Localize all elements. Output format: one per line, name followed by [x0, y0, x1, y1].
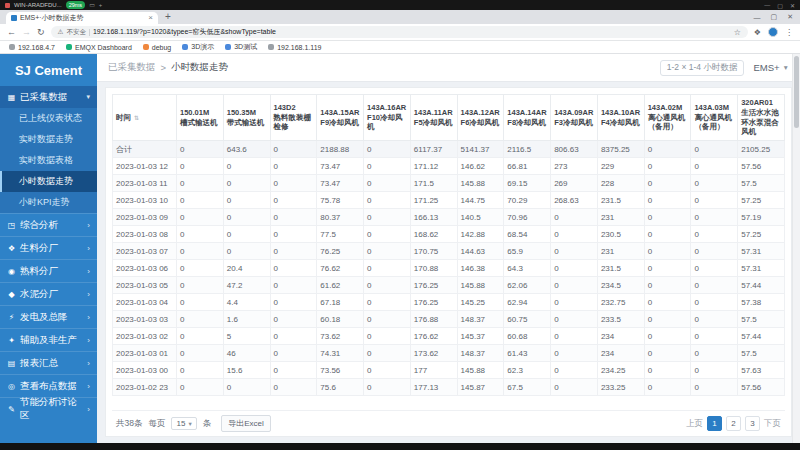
window-close-icon[interactable]: ✕ [787, 13, 793, 21]
column-header[interactable]: 143A.10ARF4冷却风机 [597, 95, 644, 141]
page-scrollbar[interactable] [792, 54, 800, 443]
tab-title: EMS+·小时数据走势 [20, 13, 145, 23]
sidebar-subitem[interactable]: 小时数据走势 [0, 171, 97, 192]
table-cell: 65.9 [504, 243, 551, 260]
table-cell: 0 [644, 260, 691, 277]
next-page-button[interactable]: 下页 [764, 418, 781, 430]
monitor-icon[interactable]: ▭ [89, 0, 95, 10]
column-header[interactable]: 320AR01生活水水池环水泵混合风机 [738, 95, 785, 141]
sidebar-subitem[interactable]: 实时数据表格 [0, 150, 97, 171]
column-header[interactable]: 150.35M带式输送机 [223, 95, 270, 141]
table-cell: 0 [691, 243, 738, 260]
new-tab-button[interactable]: + [165, 11, 171, 23]
sidebar-item[interactable]: ▤报表汇总› [0, 351, 97, 374]
window-maximize-icon[interactable]: ▢ [771, 13, 778, 21]
tab-close-icon[interactable]: × [148, 14, 153, 22]
sidebar-item[interactable]: ◉熟料分厂› [0, 259, 97, 282]
table-cell: 0 [644, 192, 691, 209]
page-button[interactable]: 2 [726, 416, 741, 431]
table-row: 2023-01-03 1200073.470171.12146.6266.812… [113, 158, 785, 175]
table-wrap: 时间⇅150.01M槽式输送机150.35M带式输送机143D2熟料散装棚检修1… [112, 94, 785, 410]
sidebar-item[interactable]: ◆水泥分厂› [0, 282, 97, 305]
window-minimize-icon[interactable]: — [754, 14, 761, 21]
table-cell: 144.63 [457, 243, 504, 260]
column-header[interactable]: 143A.14ARF8冷却风机 [504, 95, 551, 141]
sort-icon[interactable]: ⇅ [134, 115, 139, 121]
add-session-icon[interactable]: + [99, 0, 103, 10]
table-cell: 70.96 [504, 209, 551, 226]
export-excel-button[interactable]: 导出Excel [221, 415, 271, 432]
column-header[interactable]: 143A.12ARF6冷却风机 [457, 95, 504, 141]
sidebar-subitem[interactable]: 小时KPI走势 [0, 192, 97, 213]
table-cell: 0 [691, 141, 738, 158]
table-cell: 0 [364, 379, 411, 396]
sidebar-item[interactable]: ◳综合分析› [0, 213, 97, 236]
bookmark-item[interactable]: 192.168.1.119 [268, 44, 321, 51]
table-cell: 0 [691, 209, 738, 226]
scrollbar-thumb[interactable] [794, 56, 799, 128]
column-header[interactable]: 143A.03M离心通风机（备用） [691, 95, 738, 141]
table-cell: 0 [691, 379, 738, 396]
prev-page-button[interactable]: 上页 [686, 418, 703, 430]
column-header[interactable]: 143D2熟料散装棚检修 [270, 95, 317, 141]
forward-icon[interactable]: → [22, 25, 31, 40]
page-button[interactable]: 3 [745, 416, 760, 431]
sidebar-item[interactable]: ✦辅助及非生产› [0, 328, 97, 351]
breadcrumb-parent[interactable]: 已采集数据 [108, 61, 156, 74]
table-cell: 0 [551, 379, 598, 396]
refresh-icon[interactable]: ↻ [37, 25, 45, 40]
bookmark-item[interactable]: 192.168.4.7 [9, 44, 55, 51]
column-header[interactable]: 143A.16ARF10冷却风机 [364, 95, 411, 141]
table-cell: 0 [364, 328, 411, 345]
column-header[interactable]: 143A.11ARF5冷却风机 [410, 95, 457, 141]
column-header[interactable]: 时间⇅ [113, 95, 177, 141]
back-icon[interactable]: ← [7, 25, 16, 40]
power-icon: ⚡ [7, 313, 16, 322]
range-chip[interactable]: 1-2 × 1-4 小时数据 [660, 60, 745, 76]
address-bar[interactable]: ⚠ 不安全 192.168.1.119/?p=1020&typee=窑头低压&s… [51, 26, 748, 38]
column-header[interactable]: 143A.02M离心通风机（备用） [644, 95, 691, 141]
sidebar-subitem[interactable]: 已上线仪表状态 [0, 108, 97, 129]
bookmark-item[interactable]: 3D演示 [182, 42, 214, 52]
sidebar-item[interactable]: ✎节能分析讨论区› [0, 397, 97, 420]
table-cell: 0 [691, 345, 738, 362]
column-header[interactable]: 143A.15ARF9冷却风机 [317, 95, 364, 141]
sidebar-item[interactable]: ⚡发电及总降› [0, 305, 97, 328]
sidebar-item-label: 生料分厂 [20, 242, 58, 255]
column-code: 143A.10AR [601, 108, 641, 118]
report-icon: ▤ [7, 359, 16, 368]
column-code: 143A.15AR [320, 108, 360, 118]
maximize-icon[interactable]: ▢ [777, 2, 783, 9]
column-header[interactable]: 150.01M槽式输送机 [177, 95, 224, 141]
breadcrumb-current: 小时数据走势 [171, 61, 228, 74]
extensions-icon[interactable]: ❖ [754, 28, 761, 37]
table-cell: 1.6 [223, 311, 270, 328]
browser-menu-icon[interactable]: ⋮ [785, 28, 793, 37]
page-button[interactable]: 1 [707, 416, 722, 431]
sidebar-item-collected-data[interactable]: ▦ 已采集数据 ▾ [0, 86, 97, 108]
sidebar-item[interactable]: ◎查看布点数据› [0, 374, 97, 397]
bookmark-item[interactable]: 3D测试 [225, 42, 257, 52]
table-cell: 0 [364, 209, 411, 226]
sidebar-subitem[interactable]: 实时数据走势 [0, 129, 97, 150]
per-page-select[interactable]: 15 ▾ [171, 417, 196, 430]
app-switcher[interactable]: EMS+ ▼ [753, 62, 789, 73]
column-header[interactable]: 143A.09ARF3冷却风机 [551, 95, 598, 141]
table-cell: 46 [223, 345, 270, 362]
table-cell: 0 [364, 362, 411, 379]
browser-tab-strip: EMS+·小时数据走势 × + — ▢ ✕ [0, 10, 800, 24]
profile-avatar[interactable] [768, 27, 778, 37]
column-name: 槽式输送机 [180, 118, 220, 128]
browser-tab[interactable]: EMS+·小时数据走势 × [6, 12, 158, 24]
bookmark-item[interactable]: debug [143, 44, 171, 51]
breadcrumb: 已采集数据 > 小时数据走势 [108, 61, 228, 74]
table-cell: 61.43 [504, 345, 551, 362]
table-cell: 0 [691, 294, 738, 311]
bookmark-star-icon[interactable]: ☆ [734, 28, 741, 37]
bookmark-item[interactable]: EMQX Dashboard [66, 44, 132, 51]
close-icon[interactable]: ✕ [790, 2, 795, 9]
minimize-icon[interactable]: — [764, 2, 770, 9]
table-row: 2023-01-03 0700076.250170.75144.6365.902… [113, 243, 785, 260]
table-cell: 0 [644, 175, 691, 192]
sidebar-item[interactable]: ❖生料分厂› [0, 236, 97, 259]
